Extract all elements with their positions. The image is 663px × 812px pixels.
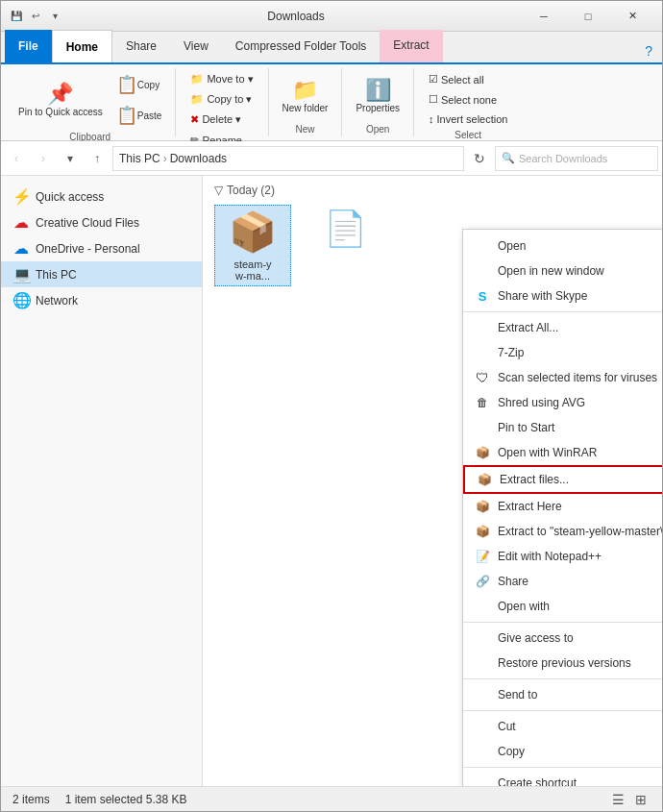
open-label: Open (366, 124, 389, 135)
select-label: Select (454, 130, 481, 140)
move-to-button[interactable]: 📁 Move to ▾ (184, 70, 259, 88)
ctx-sendto-icon (475, 687, 490, 702)
status-bar: 2 items 1 item selected 5.38 KB ☰ ⊞ (1, 786, 662, 811)
forward-button[interactable]: › (32, 147, 55, 170)
ctx-pin-start[interactable]: Pin to Start (463, 415, 662, 440)
status-selected-info: 1 item selected 5.38 KB (65, 793, 187, 806)
sidebar-label-quick-access: Quick access (36, 190, 104, 204)
address-bar: ‹ › ▾ ↑ This PC › Downloads ↻ 🔍 Search D… (1, 141, 662, 176)
refresh-button[interactable]: ↻ (468, 147, 491, 170)
minimize-button[interactable]: ─ (522, 1, 566, 32)
search-icon: 🔍 (502, 152, 515, 164)
ctx-open-new-icon (475, 263, 490, 279)
quick-access-toolbar: 💾 ↩ ▾ (9, 9, 62, 24)
move-icon: 📁 (190, 73, 204, 86)
view-list-button[interactable]: ☰ (608, 790, 627, 809)
ctx-sep-3 (463, 678, 662, 679)
ctx-shortcut-label: Create shortcut (498, 776, 662, 786)
select-all-button[interactable]: ☑ Select all (422, 70, 514, 88)
ctx-cut[interactable]: Cut (463, 714, 662, 739)
undo-icon[interactable]: ↩ (28, 9, 43, 24)
ctx-7zip[interactable]: 7-Zip › (463, 340, 662, 365)
save-icon[interactable]: 💾 (9, 9, 24, 24)
ctx-share[interactable]: 🔗 Share (463, 569, 662, 594)
file-item-zip[interactable]: 📦 steam-yw-ma... (214, 205, 291, 286)
ctx-copy[interactable]: Copy (463, 739, 662, 764)
maximize-button[interactable]: □ (566, 1, 610, 32)
ctx-scan-virus[interactable]: 🛡 Scan selected items for viruses (463, 365, 662, 390)
main-area: ⚡ Quick access ☁ Creative Cloud Files ☁ … (1, 176, 662, 786)
ctx-extract-to[interactable]: 📦 Extract to "steam-yellow-master\" (463, 519, 662, 544)
tab-share[interactable]: Share (112, 30, 170, 62)
sidebar-item-this-pc[interactable]: 💻 This PC (1, 261, 202, 287)
path-part-downloads: Downloads (170, 152, 227, 165)
copy-to-icon: 📁 (190, 93, 204, 106)
ctx-give-access[interactable]: Give access to › (463, 626, 662, 651)
new-folder-icon: 📁 (292, 80, 318, 101)
sidebar-item-quick-access[interactable]: ⚡ Quick access (1, 184, 202, 209)
new-buttons: 📁 New folder (277, 70, 334, 122)
ctx-copy-label: Copy (498, 745, 662, 758)
ctx-shred-avg[interactable]: 🗑 Shred using AVG (463, 390, 662, 415)
ribbon-group-organize: 📁 Move to ▾ 📁 Copy to ▾ ✖ Delete ▾ ✏ Ren… (176, 68, 268, 136)
recent-button[interactable]: ▾ (59, 147, 82, 170)
ctx-extract-here[interactable]: 📦 Extract Here (463, 494, 662, 519)
view-details-button[interactable]: ⊞ (631, 790, 651, 809)
ctx-open-with[interactable]: Open with › (463, 594, 662, 619)
sidebar-item-onedrive[interactable]: ☁ OneDrive - Personal (1, 235, 202, 261)
ctx-shred-label: Shred using AVG (498, 396, 662, 409)
delete-button[interactable]: ✖ Delete ▾ (184, 111, 259, 129)
open-buttons: ℹ️ Properties (350, 70, 405, 122)
ctx-restore-versions[interactable]: Restore previous versions (463, 651, 662, 676)
back-button[interactable]: ‹ (5, 147, 28, 170)
ctx-share-skype[interactable]: S Share with Skype (463, 283, 662, 308)
ctx-create-shortcut[interactable]: Create shortcut (463, 771, 662, 786)
up-button[interactable]: ↑ (86, 147, 109, 170)
ctx-open-with-label: Open with (498, 600, 662, 613)
sidebar-item-network[interactable]: 🌐 Network (1, 287, 202, 313)
new-folder-button[interactable]: 📁 New folder (277, 76, 334, 117)
copy-icon: 📋 (116, 74, 137, 95)
ctx-open-new-window[interactable]: Open in new window (463, 258, 662, 283)
status-item-count: 2 items (12, 793, 50, 806)
invert-selection-button[interactable]: ↕ Invert selection (422, 111, 514, 128)
tab-file[interactable]: File (5, 30, 52, 62)
path-separator-1: › (163, 152, 167, 165)
copy-button[interactable]: 📋 Copy (110, 70, 168, 99)
title-bar: 💾 ↩ ▾ Downloads ─ □ ✕ (1, 1, 662, 32)
sidebar-item-creative-cloud[interactable]: ☁ Creative Cloud Files (1, 209, 202, 235)
tab-view[interactable]: View (170, 30, 222, 62)
ctx-sep-1 (463, 311, 662, 312)
invert-icon: ↕ (429, 113, 434, 125)
tab-extract[interactable]: Extract (380, 30, 442, 62)
search-box[interactable]: 🔍 Search Downloads (495, 146, 658, 171)
ctx-edit-notepad[interactable]: 📝 Edit with Notepad++ (463, 544, 662, 569)
ribbon-group-clipboard: 📌 Pin to Quick access 📋 Copy 📋 Paste Cli… (5, 68, 176, 136)
pin-to-quick-access-button[interactable]: 📌 Pin to Quick access (12, 80, 109, 121)
properties-icon: ℹ️ (365, 80, 391, 101)
ctx-7zip-icon (475, 345, 490, 360)
ctx-open[interactable]: Open (463, 234, 662, 258)
select-none-icon: ☐ (429, 93, 438, 106)
ctx-extract-files[interactable]: 📦 Extract files... (463, 465, 662, 494)
paste-button[interactable]: 📋 Paste (110, 101, 168, 130)
properties-button[interactable]: ℹ️ Properties (350, 76, 405, 117)
tab-compressed-folder-tools[interactable]: Compressed Folder Tools (222, 30, 381, 62)
dropdown-icon[interactable]: ▾ (47, 9, 62, 24)
select-none-button[interactable]: ☐ Select none (422, 90, 514, 109)
ctx-open-new-label: Open in new window (498, 264, 662, 278)
ctx-shred-icon: 🗑 (475, 395, 490, 410)
file-item-2[interactable]: 📄 (307, 205, 383, 286)
copy-to-button[interactable]: 📁 Copy to ▾ (184, 90, 259, 109)
ctx-send-to[interactable]: Send to › (463, 682, 662, 707)
ctx-open-winrar[interactable]: 📦 Open with WinRAR (463, 440, 662, 465)
help-icon[interactable]: ? (639, 39, 658, 62)
tab-home[interactable]: Home (52, 30, 112, 62)
this-pc-icon: 💻 (12, 265, 30, 283)
ctx-extract-all[interactable]: Extract All... (463, 315, 662, 340)
ctx-share-icon: 🔗 (475, 574, 490, 589)
address-path[interactable]: This PC › Downloads (112, 146, 464, 171)
ctx-7zip-label: 7-Zip (498, 346, 662, 359)
close-button[interactable]: ✕ (610, 1, 654, 32)
ctx-cut-label: Cut (498, 720, 662, 733)
